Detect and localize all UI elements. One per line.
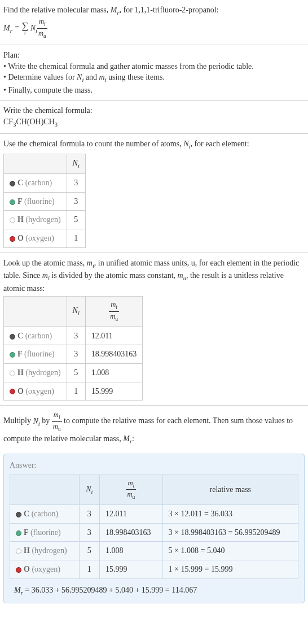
element-dot-icon [16,512,21,517]
element-dot-icon [10,236,15,242]
mr-symbol: Mr [111,6,120,14]
element-dot-icon [16,567,21,573]
table-header-row: Ni mimu [4,297,143,327]
element-dot-icon [10,371,15,376]
table-row: O (oxygen)115.999 [4,382,143,401]
table-row: H (hydrogen)51.008 [4,363,143,382]
fraction: mimu [37,17,47,40]
header-ni: Ni [67,154,85,173]
table-row: O (oxygen)1 [4,229,86,248]
header-ni: Ni [67,297,85,327]
intro-text: Find the relative molecular mass, Mr, fo… [3,5,305,17]
lookup-section: Look up the atomic mass, mi, in unified … [0,253,308,406]
table-row: F (fluorine)318.998403163 [4,345,143,364]
table-header-row: Ni [4,154,86,173]
count-intro: Use the chemical formula to count the nu… [3,138,305,151]
element-dot-icon [10,199,15,205]
fraction: mimu [52,410,62,433]
element-dot-icon [10,181,15,186]
plan-bullet-2: • Determine values for Ni and mi using t… [3,72,305,84]
table-row: C (carbon)312.0113 × 12.011 = 36.033 [10,505,298,524]
intro-section: Find the relative molecular mass, Mr, fo… [0,0,308,45]
header-relative-mass: relative mass [162,475,298,505]
table-row: H (hydrogen)5 [4,211,86,229]
lookup-intro: Look up the atomic mass, mi, in unified … [3,258,305,294]
table-row: O (oxygen)115.9991 × 15.999 = 15.999 [10,560,298,578]
answer-title: Answer: [10,460,298,471]
intro-formula: Mr = ∑i Nimimu [3,17,305,40]
element-dot-icon [16,530,21,536]
intro-line1b: , for 1,1,1-trifluoro-2-propanol: [120,6,219,14]
multiply-section: Multiply Ni by mimu to compute the relat… [0,406,308,450]
count-section: Use the chemical formula to count the nu… [0,134,308,253]
header-mass-ratio: mimu [85,297,143,327]
intro-line1: Find the relative molecular mass, [3,6,111,14]
multiply-intro: Multiply Ni by mimu to compute the relat… [3,410,305,446]
header-ni: Ni [79,475,100,505]
element-dot-icon [10,389,15,394]
plan-heading: Plan: [3,50,305,61]
final-result: Mr = 36.033 + 56.995209489 + 5.040 + 15.… [10,585,298,597]
header-mass-ratio: mimu [100,475,163,505]
element-dot-icon [16,549,21,554]
answer-box: Answer: Ni mimu relative mass C (carbon)… [3,454,305,603]
table-row: C (carbon)312.011 [4,327,143,345]
table-row: C (carbon)3 [4,174,86,193]
plan-section: Plan: • Write the chemical formula and g… [0,45,308,101]
chem-formula: CF3CH(OH)CH3 [3,116,305,129]
atom-count-table: Ni C (carbon)3 F (fluorine)3 H (hydrogen… [3,154,86,248]
table-header-row: Ni mimu relative mass [10,475,298,505]
chem-heading: Write the chemical formula: [3,105,305,116]
table-row: H (hydrogen)51.0085 × 1.008 = 5.040 [10,542,298,560]
sigma-icon: ∑i [21,21,28,36]
plan-bullet-3: • Finally, compute the mass. [3,85,305,96]
plan-bullet-1: • Write the chemical formula and gather … [3,61,305,72]
element-dot-icon [10,352,15,358]
table-row: F (fluorine)318.9984031633 × 18.99840316… [10,523,298,542]
element-dot-icon [10,217,15,223]
table-row: F (fluorine)3 [4,192,86,211]
chemical-formula-section: Write the chemical formula: CF3CH(OH)CH3 [0,101,308,134]
element-dot-icon [10,334,15,340]
answer-table: Ni mimu relative mass C (carbon)312.0113… [10,475,298,579]
atomic-mass-table: Ni mimu C (carbon)312.011 F (fluorine)31… [3,296,143,401]
